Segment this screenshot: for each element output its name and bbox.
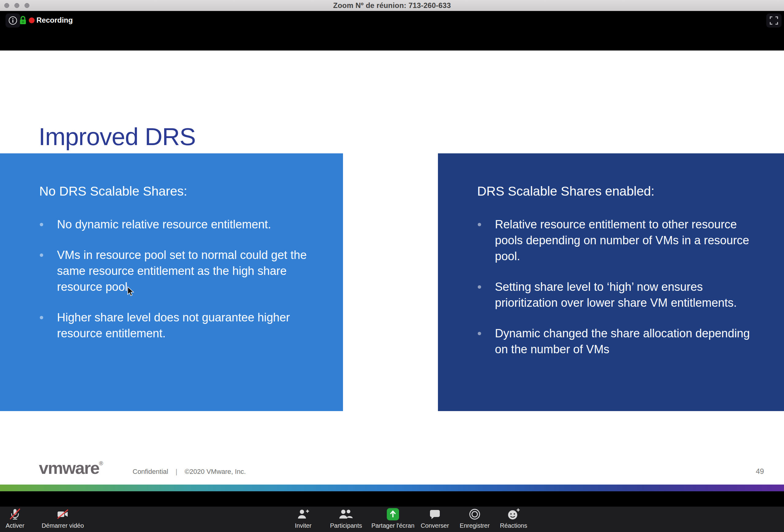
- minimize-window-icon[interactable]: [15, 3, 19, 8]
- mouse-cursor: [127, 287, 135, 298]
- share-screen-label: Partager l'écran: [371, 522, 415, 529]
- zoom-window-icon[interactable]: [25, 3, 29, 8]
- close-window-icon[interactable]: [4, 3, 9, 8]
- participants-label: Participants: [330, 522, 362, 529]
- right-panel-bullet-list: Relative resource entitlement to other r…: [438, 216, 784, 357]
- fullscreen-icon: [769, 16, 778, 25]
- footer-separator: |: [175, 468, 177, 476]
- traffic-lights: [4, 3, 29, 8]
- window-title: Zoom Nº de réunion: 713-260-633: [333, 1, 451, 10]
- left-panel-bullet-list: No dynamic relative resource entitlement…: [0, 216, 343, 341]
- slide-title: Improved DRS: [38, 123, 196, 151]
- letterbox-strip: [0, 491, 784, 507]
- info-icon: [8, 16, 18, 25]
- record-label: Enregistrer: [460, 522, 490, 529]
- panel-no-scalable-shares: No DRS Scalable Shares: No dynamic relat…: [0, 153, 343, 411]
- record-icon: [468, 508, 481, 521]
- video-camera-off-icon: [56, 507, 70, 521]
- record-button[interactable]: Enregistrer: [455, 507, 495, 532]
- participants-button[interactable]: Participants: [323, 507, 369, 532]
- list-item: VMs in resource pool set to normal could…: [0, 247, 343, 295]
- invite-button[interactable]: Inviter: [285, 507, 321, 532]
- copyright-label: ©2020 VMware, Inc.: [185, 468, 246, 476]
- meeting-topbar: Recording: [0, 11, 784, 51]
- list-item: Dynamic changed the share allocation dep…: [438, 325, 784, 357]
- vmware-logo: vmware®: [39, 458, 103, 478]
- reactions-label: Réactions: [500, 522, 527, 529]
- microphone-muted-icon: [8, 507, 22, 521]
- registered-mark: ®: [99, 461, 103, 467]
- list-item: Higher share level does not guarantee hi…: [0, 309, 343, 341]
- slide-footer-text: Confidential | ©2020 VMware, Inc.: [133, 468, 246, 476]
- share-screen-button[interactable]: Partager l'écran: [365, 507, 420, 532]
- chat-label: Converser: [421, 522, 449, 529]
- left-panel-heading: No DRS Scalable Shares:: [39, 184, 343, 199]
- zoom-control-bar: Activer Démarrer vidéo Inviter: [0, 507, 784, 532]
- chat-button[interactable]: Converser: [415, 507, 455, 532]
- window-titlebar: Zoom Nº de réunion: 713-260-633: [0, 0, 784, 11]
- list-item: No dynamic relative resource entitlement…: [0, 216, 343, 232]
- slide-brand-gradient-bar: [0, 484, 784, 491]
- meeting-info-button[interactable]: [5, 13, 20, 28]
- right-panel-heading: DRS Scalable Shares enabled:: [477, 184, 784, 199]
- invite-person-icon: [297, 508, 310, 520]
- confidential-label: Confidential: [133, 468, 168, 476]
- start-video-label: Démarrer vidéo: [41, 522, 84, 529]
- participants-icon: [338, 508, 354, 520]
- list-item: Setting share level to ‘high’ now ensure…: [438, 279, 784, 311]
- share-screen-icon: [387, 508, 399, 521]
- recording-label: Recording: [36, 16, 73, 25]
- fullscreen-button[interactable]: [766, 13, 782, 28]
- slide-page-number: 49: [756, 467, 764, 476]
- chat-bubble-icon: [429, 508, 441, 520]
- recording-dot: [29, 18, 35, 23]
- list-item: Relative resource entitlement to other r…: [438, 216, 784, 264]
- start-video-button[interactable]: Démarrer vidéo: [43, 507, 83, 532]
- reactions-smiley-icon: [507, 508, 520, 521]
- unmute-label: Activer: [5, 522, 24, 529]
- unmute-button[interactable]: Activer: [2, 507, 28, 532]
- panel-scalable-shares-enabled: DRS Scalable Shares enabled: Relative re…: [438, 153, 784, 411]
- reactions-button[interactable]: Réactions: [494, 507, 533, 532]
- invite-label: Inviter: [295, 522, 311, 529]
- encryption-lock-icon: [19, 15, 27, 26]
